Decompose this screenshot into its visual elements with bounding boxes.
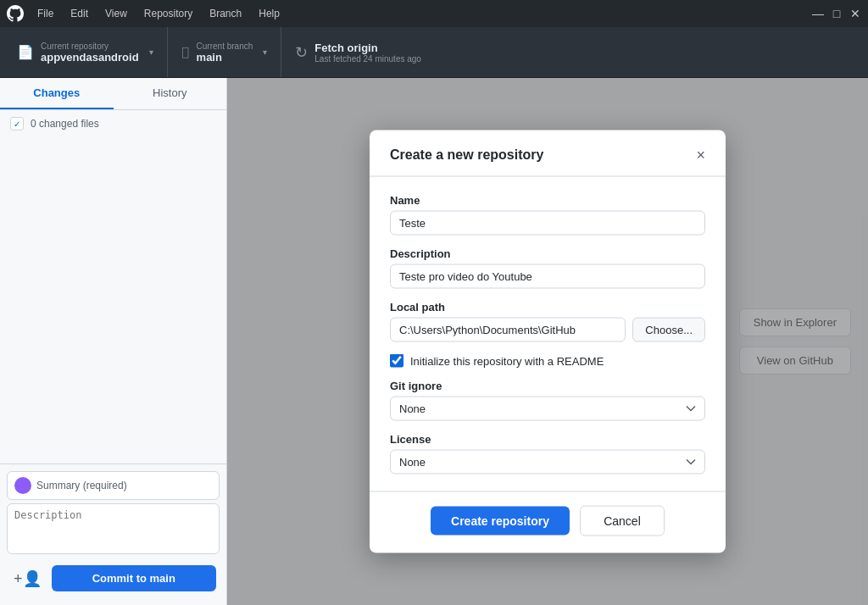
gitignore-label: Git ignore (390, 380, 705, 392)
changed-files-count: 0 changed files (31, 118, 99, 130)
tab-changes[interactable]: Changes (0, 78, 114, 109)
modal-body: Name Description Local path Choose... (370, 177, 726, 491)
description-field-group: Description (390, 247, 705, 289)
name-label: Name (390, 194, 705, 207)
choose-path-button[interactable]: Choose... (632, 318, 705, 342)
modal-header: Create a new repository × (370, 130, 726, 177)
init-readme-row: Initialize this repository with a README (390, 354, 705, 368)
init-readme-checkbox[interactable] (390, 354, 403, 368)
maximize-button[interactable]: □ (831, 8, 843, 19)
repo-icon: 📄 (17, 44, 34, 60)
modal-footer: Create repository Cancel (370, 491, 726, 553)
gitignore-select[interactable]: None C++ C# Go Java Node Python (390, 397, 705, 421)
toolbar: 📄 Current repository appvendasandroid ▾ … (0, 27, 868, 78)
summary-input-wrapper[interactable]: Summary (required) (7, 471, 220, 500)
sidebar-file-list (0, 137, 226, 463)
menu-edit[interactable]: Edit (64, 4, 95, 23)
description-label: Description (390, 247, 705, 260)
sidebar: Changes History ✓ 0 changed files Summar… (0, 78, 227, 605)
github-logo-icon (7, 5, 24, 22)
minimize-button[interactable]: — (812, 8, 824, 19)
modal-title: Create a new repository (390, 147, 543, 163)
menu-repository[interactable]: Repository (137, 4, 199, 23)
main-layout: Changes History ✓ 0 changed files Summar… (0, 78, 868, 605)
local-path-label: Local path (390, 301, 705, 314)
commit-button[interactable]: Commit to main (52, 565, 216, 591)
create-repository-button[interactable]: Create repository (431, 507, 570, 536)
repo-info: Current repository appvendasandroid (41, 42, 139, 64)
create-repo-modal: Create a new repository × Name Descripti… (370, 130, 726, 553)
current-repo-section[interactable]: 📄 Current repository appvendasandroid ▾ (10, 27, 168, 77)
description-input[interactable] (390, 264, 705, 289)
modal-close-button[interactable]: × (696, 147, 705, 163)
add-coauthor-button[interactable]: +👤 (10, 566, 45, 591)
license-field-group: License None MIT Apache-2.0 GPL-3.0 (390, 433, 705, 475)
title-bar: File Edit View Repository Branch Help — … (0, 0, 868, 27)
local-path-input[interactable] (390, 318, 626, 342)
menu-file[interactable]: File (31, 4, 60, 23)
current-branch-section[interactable]: ⌷ Current branch main ▾ (168, 27, 282, 77)
fetch-sublabel: Last fetched 24 minutes ago (314, 54, 421, 64)
fetch-origin-section[interactable]: ↻ Fetch origin Last fetched 24 minutes a… (281, 27, 435, 77)
menu-view[interactable]: View (98, 4, 134, 23)
name-field-group: Name (390, 194, 705, 236)
branch-chevron-icon: ▾ (263, 47, 267, 57)
title-bar-left: File Edit View Repository Branch Help (7, 4, 287, 23)
tab-history[interactable]: History (114, 78, 227, 109)
repo-value: appvendasandroid (41, 51, 139, 64)
main-content: Show in Explorer View on GitHub Create a… (227, 78, 868, 605)
menu-bar: File Edit View Repository Branch Help (31, 4, 287, 23)
changed-files-row: ✓ 0 changed files (0, 110, 226, 137)
fetch-icon: ↻ (295, 43, 308, 62)
branch-icon: ⌷ (181, 45, 190, 60)
close-button[interactable]: ✕ (849, 8, 861, 19)
license-select[interactable]: None MIT Apache-2.0 GPL-3.0 (390, 450, 705, 475)
summary-section: Summary (required) +👤 Commit to main (0, 463, 226, 605)
branch-value: main (197, 51, 253, 64)
branch-label: Current branch (197, 42, 253, 51)
menu-help[interactable]: Help (252, 4, 287, 23)
fetch-label: Fetch origin (314, 42, 421, 54)
sidebar-tabs: Changes History (0, 78, 226, 110)
menu-branch[interactable]: Branch (203, 4, 248, 23)
fetch-info: Fetch origin Last fetched 24 minutes ago (314, 42, 421, 64)
summary-avatar-icon (14, 477, 31, 494)
cancel-button[interactable]: Cancel (580, 506, 665, 536)
gitignore-field-group: Git ignore None C++ C# Go Java Node Pyth… (390, 380, 705, 421)
branch-info: Current branch main (197, 42, 253, 64)
local-path-field-group: Local path Choose... (390, 301, 705, 342)
license-label: License (390, 433, 705, 446)
sidebar-bottom-actions: +👤 Commit to main (7, 562, 220, 598)
summary-placeholder: Summary (required) (36, 480, 127, 491)
repo-label: Current repository (41, 42, 139, 51)
description-textarea[interactable] (7, 503, 220, 554)
repo-chevron-icon: ▾ (149, 47, 153, 57)
local-path-row: Choose... (390, 318, 705, 342)
select-all-checkbox[interactable]: ✓ (10, 117, 24, 130)
title-bar-controls: — □ ✕ (812, 8, 861, 19)
name-input[interactable] (390, 211, 705, 236)
init-readme-label: Initialize this repository with a README (410, 354, 604, 367)
